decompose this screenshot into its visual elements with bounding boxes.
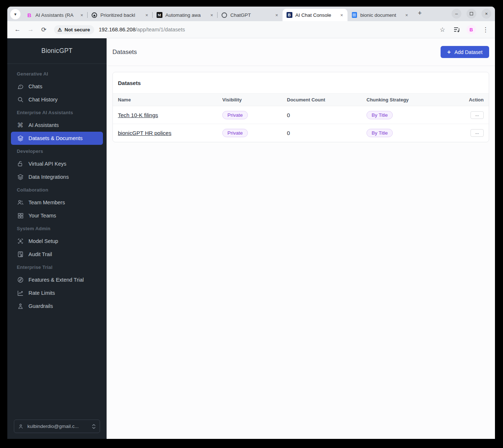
- sidebar-item-label: Data Integrations: [28, 174, 69, 180]
- tab-label: bionic document: [360, 12, 401, 18]
- reload-button[interactable]: ⟳: [38, 24, 50, 35]
- card-title: Datasets: [113, 72, 489, 93]
- tab-close-icon[interactable]: ×: [79, 12, 85, 18]
- tab-close-icon[interactable]: ×: [144, 12, 150, 18]
- document-count: 0: [287, 124, 366, 142]
- guard-person-icon: [17, 303, 24, 310]
- media-controls-icon[interactable]: [452, 24, 462, 35]
- tab-close-icon[interactable]: ×: [404, 12, 410, 18]
- compass-icon: [17, 277, 24, 283]
- user-email: kulbinderdio@gmail.c...: [27, 424, 88, 429]
- close-button[interactable]: ×: [481, 9, 491, 19]
- bookmark-star-icon[interactable]: ☆: [437, 24, 448, 35]
- unlock-icon: [17, 161, 24, 167]
- section-enterprise-ai-assistants: Enterprise AI Assistants: [11, 106, 103, 119]
- toolbar-right-icons: ☆ B ⋮: [437, 24, 491, 35]
- row-actions-button[interactable]: ...: [471, 111, 484, 119]
- tab-ai-chat-console-active[interactable]: B AI Chat Console ×: [283, 9, 348, 21]
- trend-chart-icon: [17, 290, 24, 297]
- sidebar-item-label: Chat History: [28, 97, 58, 103]
- row-actions-button[interactable]: ...: [471, 129, 484, 137]
- sidebar-item-label: Model Setup: [28, 238, 58, 244]
- new-tab-button[interactable]: +: [415, 8, 425, 18]
- url-host: 192.168.86.208: [99, 27, 135, 32]
- chatgpt-favicon: [221, 12, 227, 18]
- tab-chatgpt[interactable]: ChatGPT ×: [218, 9, 283, 21]
- main-content: Datasets + Add Dataset Datasets Name Vis…: [107, 38, 495, 439]
- sidebar-item-datasets-documents[interactable]: Datasets & Documents: [11, 132, 103, 145]
- sidebar-item-label: AI Assistants: [28, 122, 59, 128]
- tab-label: ChatGPT: [230, 12, 271, 18]
- page-header: Datasets + Add Dataset: [107, 38, 495, 66]
- url-bar[interactable]: 192.168.86.208/app/team/1/datasets: [99, 27, 436, 32]
- sidebar-item-label: Guardrails: [28, 303, 53, 309]
- user-icon: [18, 424, 24, 429]
- sidebar-item-audit-trail[interactable]: Audit Trail: [11, 248, 103, 261]
- tab-close-icon[interactable]: ×: [209, 12, 215, 18]
- warning-icon: ⚠: [58, 27, 62, 32]
- user-account-selector[interactable]: kulbinderdio@gmail.c...: [14, 420, 100, 433]
- layers-icon: [17, 174, 24, 181]
- column-header-name: Name: [113, 94, 222, 106]
- table-row: Tech 10-K filings Private 0 By Title ...: [113, 106, 489, 124]
- svg-text:?: ?: [19, 85, 21, 88]
- tab-bionic-documents[interactable]: bionic document ×: [348, 9, 412, 21]
- table-row: bionicGPT HR polices Private 0 By Title …: [113, 124, 489, 142]
- bionicgpt-pink-favicon: B: [26, 12, 32, 18]
- tab-close-icon[interactable]: ×: [274, 12, 280, 18]
- section-system-admin: System Admin: [11, 222, 103, 235]
- section-generative-ai: Generative AI: [11, 67, 103, 80]
- sidebar: BionicGPT Generative AI ? Chats Chat His…: [7, 38, 107, 439]
- sidebar-item-data-integrations[interactable]: Data Integrations: [11, 170, 103, 184]
- forward-button[interactable]: →: [25, 24, 37, 35]
- security-label: Not secure: [65, 27, 90, 32]
- browser-menu-icon[interactable]: ⋮: [480, 24, 491, 35]
- command-icon: ⌘: [17, 122, 24, 129]
- column-header-chunking-strategy: Chunking Strategy: [366, 94, 460, 106]
- tab-strip: ▾ B AI Assistants (RA × Prioritized back…: [7, 7, 495, 21]
- browser-toolbar: ← → ⟳ ⚠ Not secure 192.168.86.208/app/te…: [7, 21, 495, 38]
- chat-bubble-icon: ?: [17, 83, 24, 90]
- tab-label: Prioritized backl: [100, 12, 141, 18]
- sidebar-item-guardrails[interactable]: Guardrails: [11, 300, 103, 313]
- column-header-action: Action: [460, 94, 489, 106]
- sidebar-item-chats[interactable]: ? Chats: [11, 80, 103, 93]
- tab-automating[interactable]: M Automating awa ×: [153, 9, 218, 21]
- scan-face-icon: [17, 238, 24, 245]
- sidebar-item-rate-limits[interactable]: Rate Limits: [11, 286, 103, 300]
- minimize-button[interactable]: –: [452, 9, 461, 19]
- sidebar-item-label: Chats: [28, 84, 42, 89]
- section-collaboration: Collaboration: [11, 184, 103, 196]
- browser-window: ▾ B AI Assistants (RA × Prioritized back…: [7, 7, 495, 439]
- sidebar-item-chat-history[interactable]: Chat History: [11, 93, 103, 106]
- section-developers: Developers: [11, 145, 103, 157]
- sidebar-item-ai-assistants[interactable]: ⌘ AI Assistants: [11, 119, 103, 132]
- users-icon: [17, 199, 24, 206]
- tab-search-button[interactable]: ▾: [10, 9, 20, 19]
- table-header-row: Name Visibility Document Count Chunking …: [113, 94, 489, 106]
- sidebar-item-label: Your Teams: [28, 213, 56, 219]
- audit-document-icon: [17, 251, 24, 258]
- sidebar-item-team-members[interactable]: Team Members: [11, 196, 103, 209]
- security-chip[interactable]: ⚠ Not secure: [54, 25, 94, 34]
- dataset-link[interactable]: Tech 10-K filings: [118, 112, 158, 118]
- tab-prioritized-backlog[interactable]: Prioritized backl ×: [88, 9, 153, 21]
- sidebar-item-model-setup[interactable]: Model Setup: [11, 235, 103, 248]
- maximize-button[interactable]: [466, 9, 476, 19]
- dataset-link[interactable]: bionicGPT HR polices: [118, 130, 171, 136]
- sidebar-item-features-extend-trial[interactable]: Features & Extend Trial: [11, 273, 103, 286]
- document-count: 0: [287, 106, 366, 124]
- sidebar-item-label: Audit Trail: [28, 251, 52, 257]
- datasets-table: Name Visibility Document Count Chunking …: [113, 93, 489, 142]
- sidebar-item-virtual-api-keys[interactable]: Virtual API Keys: [11, 157, 103, 170]
- chunking-strategy-badge: By Title: [366, 129, 393, 137]
- bionicgpt-extension-icon[interactable]: B: [466, 25, 476, 34]
- medium-favicon: M: [156, 12, 162, 18]
- tab-ai-assistants[interactable]: B AI Assistants (RA ×: [23, 9, 88, 21]
- tab-label: AI Chat Console: [295, 12, 336, 18]
- tab-close-icon[interactable]: ×: [339, 12, 345, 18]
- sidebar-item-your-teams[interactable]: Your Teams: [11, 209, 103, 222]
- sidebar-item-label: Team Members: [28, 200, 65, 205]
- add-dataset-button[interactable]: + Add Dataset: [441, 46, 489, 58]
- back-button[interactable]: ←: [12, 24, 23, 35]
